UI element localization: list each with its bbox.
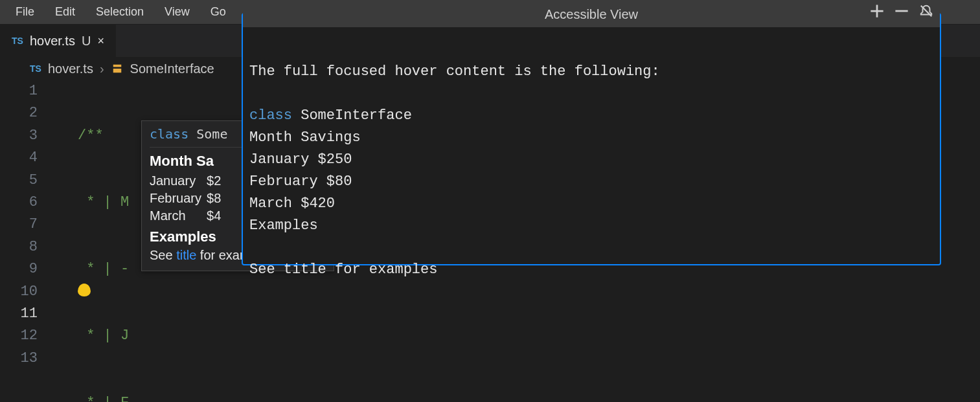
table-cell-value: $8 [207,190,226,207]
code-text: * | - [78,261,129,277]
line-number: 3 [0,125,38,147]
accessible-view-title: Accessible View [243,1,940,27]
table-cell-value: $4 [207,207,226,225]
typescript-icon: TS [30,63,41,74]
typescript-icon: TS [12,36,23,46]
table-row: January $2 [150,172,226,190]
line-number: 9 [0,258,38,280]
plus-icon[interactable] [870,4,884,18]
symbol-interface-icon [111,62,124,75]
breadcrumb-file[interactable]: hover.ts [48,61,93,76]
menu-selection[interactable]: Selection [85,1,154,23]
line-number: 13 [0,348,38,370]
accessible-view-line: Examples [249,218,318,234]
code-text: * | F [78,395,129,402]
accessible-view-line: See title for examples [249,262,437,278]
code-keyword: class [150,126,188,142]
bell-off-icon[interactable] [919,4,933,18]
line-number: 12 [0,325,38,347]
table-row: February $8 [150,190,226,207]
line-number: 1 [0,80,38,102]
breadcrumb-symbol[interactable]: SomeInterface [130,61,214,76]
table-cell-value: $2 [207,172,226,190]
code-text: /** [78,128,104,144]
menu-file[interactable]: File [5,1,45,23]
accessible-view-body[interactable]: The full focused hover content is the fo… [243,14,940,309]
menu-view[interactable]: View [154,1,200,23]
line-number: 4 [0,147,38,169]
hover-text: See [150,248,176,262]
accessible-view-actions [870,4,933,18]
accessible-view-line: March $420 [249,195,335,212]
accessible-view-classname: SomeInterface [301,107,412,124]
accessible-view-panel: Accessible View The full focused hover c… [242,13,941,265]
close-icon[interactable]: × [97,34,104,48]
table-cell-month: January [150,172,207,190]
line-number: 8 [0,236,38,258]
code-text: * | M [78,194,129,210]
accessible-view-line: February $80 [249,173,352,190]
code-keyword: class [249,107,292,124]
minus-icon[interactable] [895,4,909,18]
accessible-view-line: Month Savings [249,129,361,146]
accessible-view-line: The full focused hover content is the fo… [249,63,660,80]
menu-edit[interactable]: Edit [45,1,85,23]
menu-go[interactable]: Go [200,1,236,23]
hover-title-link[interactable]: title [176,248,196,262]
table-row: March $4 [150,207,226,225]
tab-modified-indicator: U [82,34,91,49]
line-number: 2 [0,102,38,124]
chevron-right-icon: › [100,61,104,76]
line-number: 10 [0,281,38,303]
tab-hover-ts[interactable]: TS hover.ts U × [0,25,116,57]
line-number: 6 [0,192,38,214]
lightbulb-icon[interactable] [78,284,91,296]
table-cell-month: March [150,207,207,225]
line-number: 11 [0,303,38,325]
line-number: 5 [0,170,38,192]
accessible-view-line: January $250 [249,151,352,168]
code-classname: Some [196,126,227,142]
tab-filename: hover.ts [30,34,75,49]
line-number: 7 [0,214,38,236]
table-cell-month: February [150,190,207,207]
hover-table: January $2 February $8 March $4 [150,172,226,225]
code-text: * | J [78,328,129,344]
line-number-gutter: 1 2 3 4 5 6 7 8 9 10 11 12 13 [0,80,58,370]
